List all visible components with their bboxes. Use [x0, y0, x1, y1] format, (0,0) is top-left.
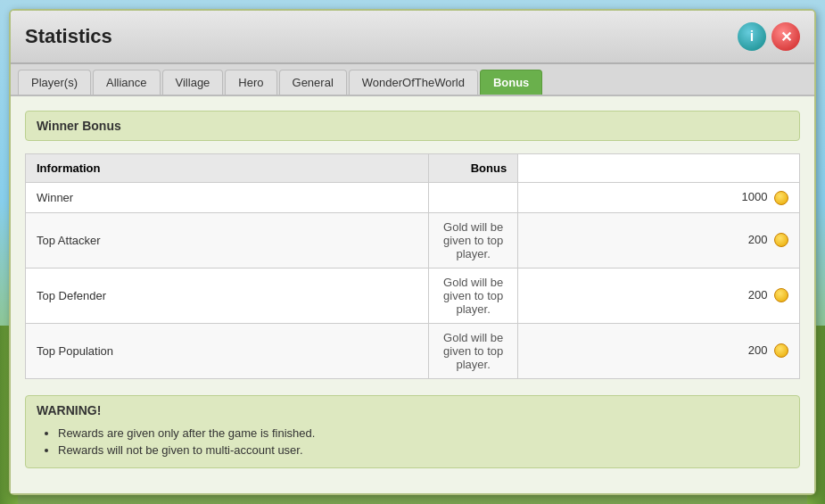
row-info: Gold will be given to top player.: [429, 212, 518, 268]
tab-village[interactable]: Village: [162, 70, 224, 95]
table-row: Top AttackerGold will be given to top pl…: [26, 212, 800, 268]
row-name: Winner: [26, 183, 429, 213]
tab-bar: Player(s) Alliance Village Hero General …: [11, 64, 814, 96]
gold-coin-icon: [774, 191, 788, 205]
gold-coin-icon: [774, 233, 788, 247]
tab-general[interactable]: General: [279, 70, 347, 95]
warning-title: WARNING!: [37, 403, 101, 417]
bonus-table: Information Bonus Winner1000 Top Attacke…: [25, 153, 800, 379]
row-info: Gold will be given to top player.: [429, 268, 518, 323]
table-row: Winner1000: [26, 183, 800, 213]
warning-section: WARNING! Rewards are given only after th…: [25, 395, 800, 468]
panel-header: Statistics i ✕: [11, 11, 814, 64]
row-info: [429, 183, 518, 213]
tab-alliance[interactable]: Alliance: [93, 70, 161, 95]
gold-coin-icon: [774, 343, 788, 358]
row-name: Top Defender: [26, 268, 429, 323]
table-row: Top PopulationGold will be given to top …: [26, 323, 800, 378]
warning-list: Rewards are given only after the game is…: [37, 426, 788, 457]
row-info: Gold will be given to top player.: [429, 323, 518, 378]
warning-item: Rewards will not be given to multi-accou…: [58, 443, 788, 457]
header-buttons: i ✕: [738, 22, 800, 51]
table-header-bonus: Bonus: [429, 154, 518, 183]
row-bonus: 200: [518, 268, 800, 323]
panel-content: Winner Bonus Information Bonus Winner100…: [11, 96, 814, 493]
tab-bonus[interactable]: Bonus: [480, 70, 542, 95]
winner-bonus-section-header: Winner Bonus: [25, 111, 800, 141]
row-name: Top Population: [26, 323, 429, 378]
page-title: Statistics: [25, 25, 112, 48]
info-button[interactable]: i: [738, 22, 766, 51]
tab-wonderoftheworld[interactable]: WonderOfTheWorld: [349, 70, 478, 95]
row-bonus: 1000: [518, 183, 800, 213]
table-row: Top DefenderGold will be given to top pl…: [26, 268, 800, 323]
row-name: Top Attacker: [26, 212, 429, 268]
tab-hero[interactable]: Hero: [225, 70, 276, 95]
close-button[interactable]: ✕: [771, 22, 800, 51]
gold-coin-icon: [774, 288, 788, 302]
row-bonus: 200: [518, 323, 800, 378]
tab-players[interactable]: Player(s): [18, 70, 91, 95]
row-bonus: 200: [518, 212, 800, 268]
statistics-panel: Statistics i ✕ Player(s) Alliance Villag…: [9, 9, 816, 495]
warning-item: Rewards are given only after the game is…: [58, 426, 788, 440]
table-header-information: Information: [26, 154, 429, 183]
